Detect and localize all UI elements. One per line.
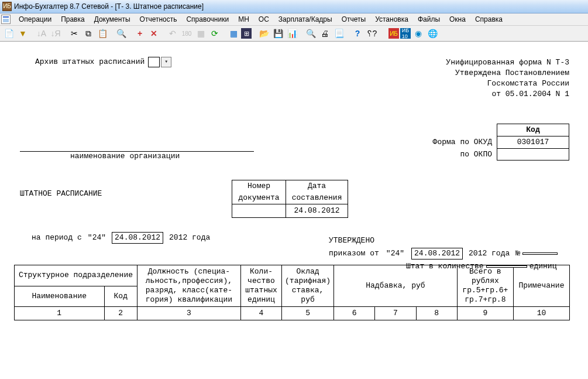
docnum-table: Номер Дата документа составления 24.08.2…	[232, 180, 348, 218]
period-day[interactable]: "24"	[88, 233, 106, 243]
export-icon[interactable]: 📊	[286, 27, 298, 40]
codes-table: Код Форма по ОКУД 0301017 по ОКПО	[429, 124, 569, 161]
period-prefix: на период с	[32, 233, 82, 243]
okud-value: 0301017	[497, 136, 569, 149]
page-setup-icon[interactable]: 📃	[332, 27, 345, 40]
preview-icon[interactable]: 🔍	[304, 27, 317, 40]
col-code: Код	[104, 286, 137, 307]
docnum-date-value[interactable]: 24.08.2012	[286, 204, 348, 218]
docnum-num-value[interactable]	[232, 204, 286, 218]
menu-reports2[interactable]: Отчеты	[337, 14, 370, 25]
approved-order-year: 2012 года	[469, 249, 510, 258]
col-struct: Структурное подразделение	[15, 265, 137, 286]
sort-asc-icon[interactable]: ↓A	[35, 27, 48, 40]
sort-desc-icon[interactable]: ↓Я	[49, 27, 62, 40]
menu-help[interactable]: Справка	[470, 14, 507, 25]
ext-tool3-icon[interactable]: ◉	[412, 27, 425, 40]
undo-icon[interactable]: ↶	[166, 27, 179, 40]
period-date[interactable]: 24.08.2012	[112, 232, 163, 244]
col-note: Примечание	[513, 265, 569, 307]
menu-reference[interactable]: Справочники	[181, 14, 233, 25]
menu-operations[interactable]: Операции	[14, 14, 56, 25]
save-icon[interactable]: 💾	[271, 27, 284, 40]
col-allow: Надбавка, руб	[333, 265, 457, 307]
remove-icon[interactable]: ✕	[147, 27, 160, 40]
archive-label: Архив штатных расписаний	[35, 57, 145, 67]
paste-icon[interactable]: 📋	[96, 27, 109, 40]
window-title: Инфо-Бухгалтер 8.7 Сетевой - [Т- 3. Штат…	[14, 2, 204, 11]
col-name: Наименование	[15, 286, 105, 307]
approved-block: УТВЕРЖДЕНО приказом от "24" 24.08.2012 2…	[329, 236, 569, 271]
colnum-2: 2	[104, 307, 137, 320]
approved-num-symbol: №	[515, 249, 520, 258]
menu-setup[interactable]: Установка	[370, 14, 413, 25]
copy-icon[interactable]: ⧉	[82, 27, 95, 40]
title-bar: ИБ Инфо-Бухгалтер 8.7 Сетевой - [Т- 3. Ш…	[0, 0, 588, 13]
col-salary: Оклад (тарифная) ставка, руб	[282, 265, 334, 307]
menu-windows[interactable]: Окна	[445, 14, 470, 25]
menu-salary[interactable]: Зарплата/Кадры	[274, 14, 337, 25]
main-table: Структурное подразделение Должность (спе…	[14, 265, 570, 320]
codes-kod-header: Код	[497, 124, 569, 136]
menu-edit[interactable]: Правка	[56, 14, 90, 25]
col-qty: Коли- чество штатных единиц	[240, 265, 281, 307]
menu-bar: Операции Правка Документы Отчетность Спр…	[0, 13, 588, 26]
colnum-3: 3	[137, 307, 240, 320]
filter-icon[interactable]: ▼	[16, 27, 29, 40]
refresh-icon[interactable]: ⟳	[208, 27, 221, 40]
colnum-8: 8	[416, 307, 457, 320]
context-help-icon[interactable]: ␦?	[365, 27, 378, 40]
col-total: Всего в рублях гр.5+гр.6+ гр.7+гр.8	[457, 265, 513, 307]
calculator-icon[interactable]: ⊞	[241, 28, 252, 39]
globe-icon[interactable]: 🌐	[426, 27, 439, 40]
archive-dropdown[interactable]: ▾	[161, 57, 171, 67]
print-icon[interactable]: 🖨	[318, 27, 331, 40]
approved-title: УТВЕРЖДЕНО	[329, 236, 569, 245]
colnum-1: 1	[15, 307, 105, 320]
okpo-value[interactable]	[497, 149, 569, 161]
menu-reports1[interactable]: Отчетность	[135, 14, 182, 25]
okud-label: Форма по ОКУД	[429, 136, 497, 149]
colnum-7: 7	[375, 307, 416, 320]
form-header-line4: от 05.01.2004 N 1	[12, 90, 569, 99]
tool-grid-icon[interactable]: ▦	[194, 27, 207, 40]
document-area: Архив штатных расписаний ▾ Унифицированн…	[0, 42, 588, 326]
approved-num-value[interactable]	[522, 252, 558, 255]
menu-os[interactable]: ОС	[254, 14, 274, 25]
menu-documents[interactable]: Документы	[90, 14, 135, 25]
period-year: 2012 года	[169, 233, 210, 243]
ext-tool2-icon[interactable]: ИБ10	[400, 28, 411, 39]
tool-180-icon[interactable]: 180	[180, 27, 193, 40]
menu-mn[interactable]: МН	[233, 14, 254, 25]
approved-order-day[interactable]: "24"	[386, 249, 404, 258]
colnum-5: 5	[282, 307, 334, 320]
approved-staff-prefix: Штат в количестве	[406, 262, 484, 271]
docnum-num-head2: документа	[232, 192, 286, 204]
table-icon[interactable]: ▦	[227, 27, 240, 40]
colnum-10: 10	[513, 307, 569, 320]
approved-staff-value[interactable]	[486, 265, 527, 268]
colnum-4: 4	[240, 307, 281, 320]
ext-tool1-icon[interactable]: ИБ	[388, 28, 399, 39]
tool-doc-icon[interactable]: 📄	[2, 27, 15, 40]
docnum-date-head1: Дата	[286, 180, 348, 193]
open-folder-icon[interactable]: 📂	[257, 27, 270, 40]
find-icon[interactable]: 🔍	[115, 27, 128, 40]
docnum-num-head1: Номер	[232, 180, 286, 193]
app-icon: ИБ	[2, 2, 12, 11]
cut-icon[interactable]: ✂	[68, 27, 81, 40]
help-icon[interactable]: ?	[351, 27, 364, 40]
toolbar: 📄 ▼ ↓A ↓Я ✂ ⧉ 📋 🔍 + ✕ ↶ 180 ▦ ⟳ ▦ ⊞ 📂 💾 …	[0, 26, 588, 42]
add-icon[interactable]: +	[133, 27, 146, 40]
col-position: Должность (специа- льность,профессия), р…	[137, 265, 240, 307]
approved-order-prefix: приказом от	[329, 249, 379, 258]
form-header-line2: Утверждена Постановлением	[12, 69, 569, 78]
docnum-date-head2: составления	[286, 192, 348, 204]
system-menu-icon[interactable]	[1, 15, 11, 24]
approved-order-date[interactable]: 24.08.2012	[411, 248, 463, 260]
archive-field[interactable]	[148, 57, 160, 67]
approved-staff-suffix: единиц	[529, 262, 557, 271]
colnum-6: 6	[333, 307, 374, 320]
colnum-9: 9	[457, 307, 513, 320]
menu-files[interactable]: Файлы	[413, 14, 445, 25]
